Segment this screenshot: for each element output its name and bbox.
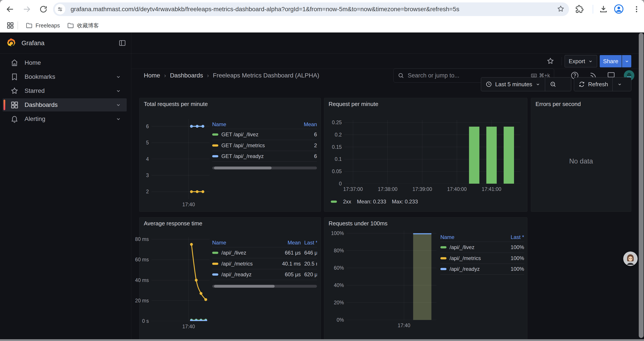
y-axis-tick: 60 ms bbox=[135, 257, 149, 263]
panel-title[interactable]: Errors per second bbox=[536, 101, 581, 108]
refresh-label: Refresh bbox=[588, 81, 608, 88]
export-button[interactable]: Export bbox=[565, 55, 597, 67]
legend-horizontal-scrollbar[interactable] bbox=[212, 167, 317, 169]
y-axis-tick: 0 s bbox=[142, 318, 149, 324]
series-value: 646 µs bbox=[301, 250, 317, 256]
sidebar-item-dashboards[interactable]: Dashboards bbox=[3, 98, 127, 112]
line-chart-plot[interactable] bbox=[152, 119, 210, 199]
series-value: 605 µs bbox=[271, 271, 301, 278]
legend-column-header[interactable]: Last * bbox=[301, 240, 317, 246]
assistant-avatar-widget[interactable] bbox=[623, 251, 638, 266]
apps-icon bbox=[10, 101, 19, 109]
chevron-down-icon[interactable] bbox=[115, 88, 122, 94]
legend-row[interactable]: GET /api/_/livez6 bbox=[212, 129, 317, 140]
legend-row[interactable]: /api/_/livez661 µs646 µs bbox=[212, 247, 317, 258]
series-name: GET /api/_/readyz bbox=[212, 153, 284, 159]
legend-column-header[interactable]: Last * bbox=[493, 234, 524, 240]
sidebar-item-home[interactable]: Home bbox=[3, 56, 127, 69]
bar-chart-plot[interactable] bbox=[344, 120, 520, 184]
refresh-button[interactable]: Refresh bbox=[574, 78, 612, 91]
series-color-chip bbox=[440, 268, 446, 270]
page-scrollbar[interactable] bbox=[638, 33, 644, 339]
legend-row[interactable]: /api/_/readyz605 µs620 µs bbox=[212, 269, 317, 280]
legend-column-header[interactable]: Name bbox=[212, 121, 284, 128]
chevron-down-icon bbox=[617, 82, 622, 87]
panel-title[interactable]: Request per minute bbox=[328, 101, 378, 108]
address-bar[interactable] bbox=[53, 3, 569, 16]
panel-title[interactable]: Total requests per minute bbox=[144, 101, 208, 108]
legend-inline[interactable]: 2xx Mean: 0.233 Max: 0.233 bbox=[331, 199, 418, 205]
chevron-down-icon bbox=[588, 59, 593, 64]
folder-icon bbox=[67, 22, 74, 29]
y-axis-tick: 2 bbox=[146, 189, 149, 195]
chevron-down-icon[interactable] bbox=[115, 102, 122, 108]
extensions-icon[interactable] bbox=[575, 5, 584, 15]
no-data-message: No data bbox=[531, 157, 631, 165]
legend-row[interactable]: /api/_/readyz100% bbox=[440, 263, 524, 274]
browser-menu-icon[interactable] bbox=[632, 5, 641, 15]
legend-row[interactable]: /api/_/metrics40.1 ms20.5 ms bbox=[212, 258, 317, 269]
profile-icon[interactable] bbox=[614, 4, 624, 15]
legend-column-header[interactable]: Mean bbox=[271, 240, 301, 246]
breadcrumb-home[interactable]: Home bbox=[144, 72, 160, 79]
sidebar-item-label: Alerting bbox=[24, 115, 115, 122]
bar-chart-plot[interactable] bbox=[346, 231, 436, 320]
star-icon bbox=[10, 87, 19, 95]
share-button[interactable]: Share bbox=[600, 55, 622, 67]
legend-row[interactable]: GET /api/_/metrics2 bbox=[212, 140, 317, 151]
chevron-down-icon[interactable] bbox=[115, 116, 122, 122]
breadcrumb-dashboards[interactable]: Dashboards bbox=[170, 72, 203, 79]
back-icon[interactable] bbox=[6, 5, 14, 14]
x-axis-tick: 17:40 bbox=[182, 324, 195, 329]
sidebar-item-label: Bookmarks bbox=[24, 73, 115, 80]
series-value: 661 µs bbox=[271, 250, 301, 256]
scrollbar-thumb[interactable] bbox=[214, 285, 275, 288]
favorite-star-icon[interactable] bbox=[546, 57, 554, 66]
browser-toolbar bbox=[0, 0, 644, 19]
y-axis-tick: 0.05 bbox=[332, 169, 342, 174]
scrollbar-thumb[interactable] bbox=[639, 33, 644, 338]
sidebar-item-bookmarks[interactable]: Bookmarks bbox=[3, 70, 127, 83]
sidebar-item-alerting[interactable]: Alerting bbox=[3, 112, 127, 126]
grafana-brand[interactable]: Grafana bbox=[6, 38, 44, 48]
legend-column-header[interactable]: Name bbox=[440, 234, 493, 240]
legend-table: NameMeanLast */api/_/livez661 µs646 µs/a… bbox=[212, 238, 317, 288]
legend-horizontal-scrollbar[interactable] bbox=[212, 285, 317, 288]
bookmark-folder-freeleaps[interactable]: Freeleaps bbox=[22, 21, 63, 31]
legend-table: NameLast */api/_/livez100%/api/_/metrics… bbox=[440, 233, 524, 274]
forward-icon[interactable] bbox=[22, 5, 31, 14]
site-settings-icon[interactable] bbox=[55, 4, 65, 15]
sidebar-item-label: Dashboards bbox=[24, 101, 115, 108]
zoom-out-button[interactable] bbox=[545, 78, 561, 91]
bookmark-folder-blogs[interactable]: 收藏博客 bbox=[63, 21, 102, 31]
line-chart-plot[interactable] bbox=[152, 237, 210, 321]
panel-title[interactable]: Average response time bbox=[144, 220, 202, 227]
apps-grid-icon[interactable] bbox=[6, 21, 14, 30]
bookmarks-bar: Freeleaps 收藏博客 bbox=[0, 19, 644, 33]
y-axis-tick: 3 bbox=[146, 172, 149, 178]
sidebar-item-starred[interactable]: Starred bbox=[3, 84, 127, 97]
y-axis-tick: 6 bbox=[146, 124, 149, 129]
scrollbar-thumb[interactable] bbox=[214, 167, 272, 169]
refresh-interval-button[interactable] bbox=[613, 78, 627, 91]
sidebar-toggle-icon[interactable] bbox=[118, 39, 126, 48]
line-chart-svg bbox=[152, 237, 210, 321]
bookmark-star-icon[interactable] bbox=[557, 5, 565, 14]
url-input[interactable] bbox=[70, 6, 557, 13]
series-value: 20.5 ms bbox=[301, 261, 317, 267]
time-range-picker[interactable]: Last 5 minutes bbox=[481, 78, 545, 91]
series-value: 6 bbox=[284, 153, 317, 159]
reload-icon[interactable] bbox=[39, 5, 48, 14]
legend-column-header[interactable]: Mean bbox=[284, 121, 317, 128]
download-icon[interactable] bbox=[599, 5, 608, 15]
home-icon bbox=[10, 58, 19, 67]
panel-title[interactable]: Requests under 100ms bbox=[328, 220, 388, 227]
chevron-down-icon[interactable] bbox=[115, 74, 122, 80]
share-menu-button[interactable] bbox=[622, 55, 631, 67]
series-value: 620 µs bbox=[301, 271, 317, 278]
legend-row[interactable]: /api/_/metrics100% bbox=[440, 253, 524, 263]
brand-name: Grafana bbox=[22, 40, 44, 47]
legend-column-header[interactable]: Name bbox=[212, 240, 271, 246]
legend-row[interactable]: /api/_/livez100% bbox=[440, 242, 524, 253]
legend-row[interactable]: GET /api/_/readyz6 bbox=[212, 151, 317, 162]
